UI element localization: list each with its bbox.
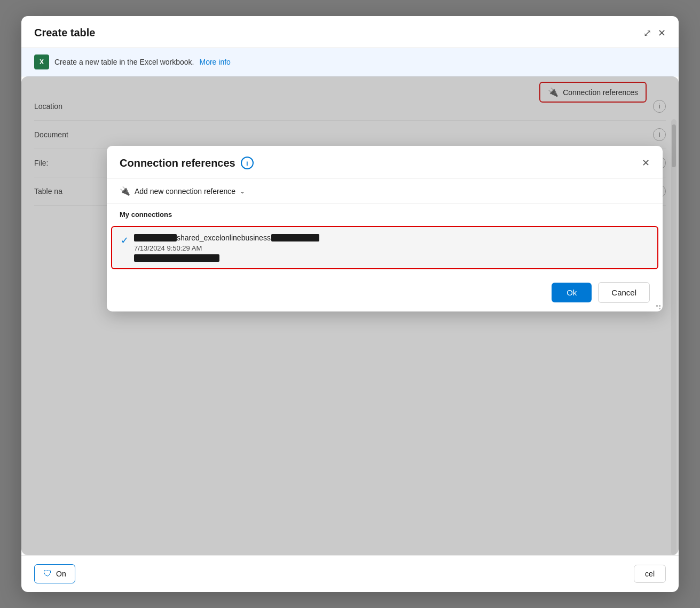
cancel-bg-button[interactable]: cel xyxy=(634,565,666,583)
popup-close-button[interactable]: ✕ xyxy=(642,157,650,169)
connection-name-middle: shared_excelonlinebusiness xyxy=(177,233,271,242)
connection-item-details: shared_excelonlinebusiness 7/13/2024 9:5… xyxy=(134,233,319,262)
on-button-label: On xyxy=(56,570,66,578)
ok-button[interactable]: Ok xyxy=(552,283,592,302)
resize-handle[interactable] xyxy=(653,302,660,309)
add-connection-row[interactable]: 🔌 Add new connection reference ⌄ xyxy=(107,178,663,204)
expand-icon[interactable]: ⤢ xyxy=(643,27,651,39)
check-icon: ✓ xyxy=(121,235,129,246)
more-info-link[interactable]: More info xyxy=(199,58,230,66)
my-connections-section: My connections xyxy=(107,204,663,226)
chevron-down-icon: ⌄ xyxy=(240,188,245,195)
info-circle-icon[interactable]: i xyxy=(241,157,254,169)
connection-item-name: shared_excelonlinebusiness xyxy=(134,233,319,242)
info-bar: X Create a new table in the Excel workbo… xyxy=(21,48,679,76)
on-button[interactable]: 🛡 On xyxy=(34,564,75,583)
connection-references-popup: Connection references i ✕ 🔌 Add new conn… xyxy=(107,146,663,311)
modal-header: Create table ⤢ ✕ xyxy=(21,16,679,48)
name-prefix-redacted xyxy=(134,234,177,241)
shield-icon: 🛡 xyxy=(43,569,52,579)
popup-title-area: Connection references i xyxy=(120,157,254,169)
connection-item-date: 7/13/2024 9:50:29 AM xyxy=(134,244,319,252)
close-icon[interactable]: ✕ xyxy=(658,27,666,39)
connection-item-sub xyxy=(134,254,319,262)
add-plug-icon: 🔌 xyxy=(120,186,130,196)
modal-title: Create table xyxy=(34,27,96,39)
modal-body: 🔌 Connection references Location i Docum… xyxy=(21,76,679,555)
popup-footer: Ok Cancel xyxy=(107,274,663,311)
excel-icon: X xyxy=(34,54,49,69)
popup-title: Connection references xyxy=(120,157,235,169)
create-table-modal: Create table ⤢ ✕ X Create a new table in… xyxy=(21,16,679,592)
popup-header: Connection references i ✕ xyxy=(107,146,663,178)
my-connections-label: My connections xyxy=(120,211,650,219)
sub-redacted xyxy=(134,254,219,262)
connection-item[interactable]: ✓ shared_excelonlinebusiness 7/13/2024 9… xyxy=(111,226,658,269)
add-connection-label: Add new connection reference xyxy=(135,187,235,196)
cancel-button[interactable]: Cancel xyxy=(598,282,650,303)
bg-modal-footer: 🛡 On cel xyxy=(21,555,679,592)
info-text: Create a new table in the Excel workbook… xyxy=(54,58,194,66)
name-suffix-redacted xyxy=(271,234,319,241)
modal-header-actions: ⤢ ✕ xyxy=(643,27,666,39)
